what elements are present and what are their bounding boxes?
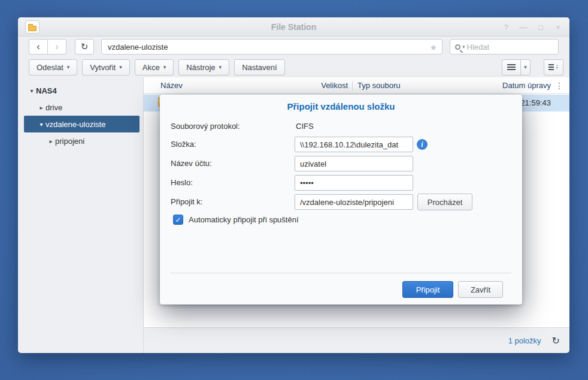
row-modified-time: 21:59:43 (520, 95, 551, 111)
dialog-divider (171, 273, 511, 273)
search-icon (455, 44, 460, 50)
info-icon[interactable]: i (417, 139, 428, 150)
maximize-icon[interactable]: □ (537, 23, 545, 32)
forward-button[interactable]: › (47, 39, 66, 55)
mount-remote-folder-dialog: Připojit vzdálenou složku Souborový prot… (160, 95, 522, 304)
browse-button[interactable]: Procházet (417, 194, 472, 210)
action-button[interactable]: Akce ▾ (135, 59, 174, 76)
search-input[interactable] (467, 43, 553, 52)
chevron-right-icon[interactable]: ▸ (37, 104, 46, 111)
minimize-icon[interactable]: — (519, 23, 528, 32)
upload-button-label: Odeslat (37, 63, 63, 72)
folder-field[interactable] (295, 137, 413, 152)
dialog-title: Připojit vzdálenou složku (160, 95, 522, 117)
close-icon[interactable]: × (554, 23, 562, 32)
chevron-down-icon: ▾ (219, 64, 222, 70)
sort-button[interactable] (544, 59, 563, 76)
column-header-modified[interactable]: Datum úpravy (502, 77, 551, 94)
sort-icon (548, 64, 559, 71)
sidebar-item-vzdalene-uloziste[interactable]: ▾ vzdalene-uloziste (24, 116, 140, 132)
chevron-right-icon[interactable]: ▸ (47, 138, 55, 144)
settings-button-label: Nastavení (242, 63, 277, 72)
mount-to-label: Připojit k: (171, 194, 290, 210)
chevron-down-icon: ▾ (163, 64, 166, 70)
back-icon: ‹ (37, 41, 40, 52)
close-button[interactable]: Zavřít (458, 281, 503, 298)
forward-icon: › (55, 41, 58, 52)
folder-glyph (28, 26, 37, 31)
titlebar[interactable]: File Station ? — □ × (18, 17, 569, 37)
path-input[interactable] (108, 43, 426, 52)
action-toolbar: Odeslat ▾ Vytvořit ▾ Akce ▾ Nástroje ▾ N… (18, 57, 569, 77)
mount-to-field[interactable] (295, 194, 413, 210)
view-mode-caret-button[interactable]: ▾ (520, 59, 531, 76)
search-box: ▾ (450, 39, 559, 55)
refresh-icon: ↻ (81, 41, 89, 52)
settings-button[interactable]: Nastavení (234, 59, 285, 76)
desktop: File Station ? — □ × ‹ › ↻ ★ (0, 0, 588, 380)
create-button-label: Vytvořit (90, 63, 116, 72)
column-divider (352, 81, 353, 91)
auto-mount-checkbox-row[interactable]: ✓ Automaticky připojit při spuštění (173, 215, 299, 225)
chevron-down-icon: ▾ (67, 64, 70, 70)
help-icon[interactable]: ? (502, 23, 510, 32)
checkbox-checked-icon[interactable]: ✓ (173, 215, 183, 225)
view-mode-group: ▾ (502, 59, 531, 76)
refresh-icon[interactable]: ↻ (552, 335, 560, 346)
tools-button[interactable]: Nástroje ▾ (178, 59, 229, 76)
action-button-label: Akce (143, 63, 160, 72)
path-bar: ★ (101, 39, 442, 55)
auto-mount-label: Automaticky připojit při spuštění (189, 215, 299, 224)
item-count-label: 1 položky (508, 336, 541, 345)
account-field[interactable] (295, 156, 413, 171)
account-label: Název účtu: (171, 156, 290, 171)
connect-button[interactable]: Připojit (402, 281, 453, 298)
sidebar-item-pripojeni[interactable]: ▸ pripojeni (18, 132, 143, 149)
status-bar: 1 položky ↻ (144, 327, 569, 353)
chevron-down-icon: ▾ (119, 64, 122, 70)
chevron-down-icon[interactable]: ▾ (28, 88, 36, 94)
tree-item-label: vzdalene-uloziste (46, 120, 105, 129)
window-title: File Station (18, 17, 569, 37)
create-button[interactable]: Vytvořit ▾ (82, 59, 129, 76)
protocol-label: Souborový protokol: (171, 119, 290, 134)
password-label: Heslo: (171, 175, 290, 191)
password-field[interactable] (295, 175, 413, 191)
column-options-icon[interactable]: ⋮ (555, 77, 563, 94)
back-button[interactable]: ‹ (29, 39, 48, 55)
tree-item-label: NAS4 (36, 86, 57, 95)
tree-item-label: pripojeni (55, 137, 84, 146)
folder-label: Složka: (171, 137, 290, 152)
sidebar-item-nas4[interactable]: ▾ NAS4 (18, 82, 143, 99)
column-header-type[interactable]: Typ souboru (357, 77, 401, 94)
window-controls: ? — □ × (502, 17, 562, 37)
upload-button[interactable]: Odeslat ▾ (29, 59, 77, 76)
tree-item-label: drive (46, 103, 62, 112)
list-view-button[interactable] (502, 59, 521, 76)
sidebar-item-drive[interactable]: ▸ drive (18, 99, 143, 116)
search-options-caret-icon[interactable]: ▾ (462, 44, 465, 50)
favorite-star-icon[interactable]: ★ (429, 40, 437, 55)
protocol-value: CIFS (296, 119, 314, 134)
navigation-bar: ‹ › ↻ ★ ▾ (18, 37, 569, 57)
file-station-window: File Station ? — □ × ‹ › ↻ ★ (18, 17, 569, 353)
column-header-size[interactable]: Velikost (321, 77, 348, 94)
file-station-icon (25, 20, 40, 34)
column-header-name[interactable]: Název (160, 77, 183, 94)
refresh-button[interactable]: ↻ (75, 39, 94, 55)
file-list-header: Název Velikost Typ souboru Datum úpravy … (144, 77, 569, 94)
chevron-down-icon[interactable]: ▾ (37, 121, 46, 128)
chevron-down-icon: ▾ (524, 64, 527, 70)
folder-tree-sidebar: ▾ NAS4 ▸ drive ▾ vzdalene-uloziste ▸ pri… (18, 77, 144, 353)
tools-button-label: Nástroje (186, 63, 215, 72)
list-view-icon (507, 64, 516, 71)
